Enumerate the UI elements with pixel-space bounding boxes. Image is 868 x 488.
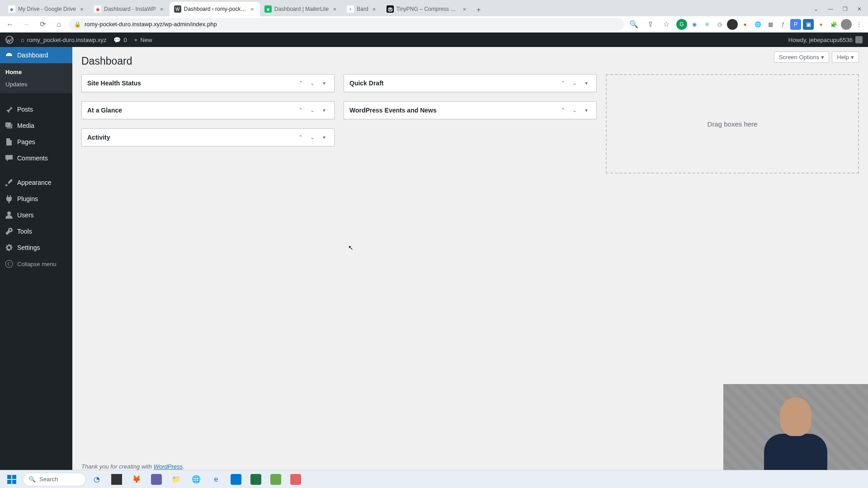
tab-dropdown-icon[interactable]: ⌄ xyxy=(809,4,823,14)
caret-down-icon: ▾ xyxy=(851,54,854,61)
zoom-icon[interactable]: 🔍 xyxy=(627,18,640,31)
sidebar-item-plugins[interactable]: Plugins xyxy=(0,191,72,207)
toggle-panel-icon[interactable]: ▾ xyxy=(320,133,329,142)
browser-tab[interactable]: ✦ Bard × xyxy=(342,2,382,16)
back-button[interactable]: ← xyxy=(4,18,16,31)
move-up-icon[interactable]: ⌃ xyxy=(558,79,567,88)
reload-button[interactable]: ⟳ xyxy=(36,18,49,31)
taskbar-app[interactable]: 🌐 xyxy=(187,472,205,487)
extension-icon[interactable]: P xyxy=(790,19,801,30)
extension-icon[interactable]: 🌐 xyxy=(752,19,763,30)
move-up-icon[interactable]: ⌃ xyxy=(296,106,305,115)
close-icon[interactable]: × xyxy=(371,6,377,12)
move-down-icon[interactable]: ⌄ xyxy=(308,106,317,115)
new-tab-button[interactable]: + xyxy=(472,4,485,16)
minimize-icon[interactable]: — xyxy=(824,4,837,14)
start-button[interactable] xyxy=(3,472,21,487)
close-icon[interactable]: × xyxy=(249,6,255,12)
toggle-panel-icon[interactable]: ▾ xyxy=(582,106,591,115)
taskbar-app[interactable]: 📁 xyxy=(167,472,185,487)
move-up-icon[interactable]: ⌃ xyxy=(296,133,305,142)
taskbar-app[interactable]: ◔ xyxy=(88,472,106,487)
extension-icon[interactable]: ● xyxy=(740,19,750,30)
extension-icon[interactable]: ❋ xyxy=(702,19,712,30)
submenu-item-updates[interactable]: Updates xyxy=(0,78,72,90)
new-content-link[interactable]: + New xyxy=(131,33,156,47)
browser-tab[interactable]: ■ Dashboard | MailerLite × xyxy=(260,2,343,16)
home-button[interactable]: ⌂ xyxy=(52,18,65,31)
close-icon[interactable]: × xyxy=(462,6,468,12)
move-up-icon[interactable]: ⌃ xyxy=(558,106,567,115)
browser-tab[interactable]: ◆ My Drive - Google Drive × xyxy=(4,2,90,16)
postbox-site-health[interactable]: Site Health Status ⌃ ⌄ ▾ xyxy=(81,74,335,92)
svg-rect-6 xyxy=(12,480,16,484)
postbox-activity[interactable]: Activity ⌃ ⌄ ▾ xyxy=(81,128,335,146)
collapse-menu-button[interactable]: Collapse menu xyxy=(0,256,72,272)
close-icon[interactable]: × xyxy=(79,6,85,12)
browser-tab[interactable]: ◉ Dashboard - InstaWP × xyxy=(90,2,170,16)
profile-avatar[interactable] xyxy=(841,19,852,30)
taskbar-app[interactable]: e xyxy=(207,472,225,487)
sidebar-item-posts[interactable]: Posts xyxy=(0,101,72,117)
sidebar-item-dashboard[interactable]: Dashboard xyxy=(0,47,72,63)
extensions-menu-icon[interactable]: 🧩 xyxy=(828,19,839,30)
sidebar-item-settings[interactable]: Settings xyxy=(0,239,72,256)
extension-icon[interactable]: ƒ xyxy=(778,19,788,30)
move-down-icon[interactable]: ⌄ xyxy=(308,79,317,88)
move-down-icon[interactable]: ⌄ xyxy=(570,79,579,88)
sidebar-item-pages[interactable]: Pages xyxy=(0,134,72,150)
my-account-link[interactable]: Howdy, jebepacupu6536 xyxy=(785,33,866,47)
comments-link[interactable]: 💬 0 xyxy=(110,33,130,47)
extension-icon[interactable]: G xyxy=(676,19,687,30)
close-icon[interactable]: × xyxy=(159,6,165,12)
url-field[interactable]: 🔒 romy-pocket-duro.instawp.xyz/wp-admin/… xyxy=(69,18,624,31)
chrome-menu-icon[interactable]: ⋮ xyxy=(854,19,864,30)
taskbar-app[interactable] xyxy=(267,472,285,487)
move-down-icon[interactable]: ⌄ xyxy=(308,133,317,142)
extension-icon[interactable]: ◉ xyxy=(689,19,700,30)
close-icon[interactable]: × xyxy=(331,6,338,12)
taskbar-search[interactable]: 🔍 Search xyxy=(23,473,86,486)
site-name-link[interactable]: ⌂ romy_pocket-duro.instawp.xyz xyxy=(17,33,110,47)
toggle-panel-icon[interactable]: ▾ xyxy=(320,106,329,115)
forward-button[interactable]: → xyxy=(20,18,33,31)
taskbar-app[interactable]: 🦊 xyxy=(127,472,146,487)
extension-icon[interactable]: ◷ xyxy=(714,19,725,30)
sidebar-item-users[interactable]: Users xyxy=(0,207,72,223)
sidebar-item-comments[interactable]: Comments xyxy=(0,150,72,166)
wp-logo[interactable] xyxy=(2,33,17,47)
empty-dropzone[interactable]: Drag boxes here xyxy=(606,74,859,174)
maximize-icon[interactable]: ❐ xyxy=(838,4,852,14)
favicon: ✦ xyxy=(347,5,354,13)
move-down-icon[interactable]: ⌄ xyxy=(570,106,579,115)
browser-tab[interactable]: 🐼 TinyPNG – Compress WebP, PNG × xyxy=(382,2,472,16)
bookmark-icon[interactable]: ☆ xyxy=(660,18,673,31)
extension-icon[interactable]: ▣ xyxy=(803,19,814,30)
extension-icon[interactable] xyxy=(727,19,738,30)
extension-icon[interactable]: ● xyxy=(816,19,826,30)
submenu-item-home[interactable]: Home xyxy=(0,66,72,78)
extension-icon[interactable]: ▦ xyxy=(765,19,776,30)
taskbar-app[interactable] xyxy=(108,472,126,487)
sidebar-item-appearance[interactable]: Appearance xyxy=(0,174,72,191)
postbox-quick-draft[interactable]: Quick Draft ⌃ ⌄ ▾ xyxy=(344,74,597,92)
postbox-wp-events[interactable]: WordPress Events and News ⌃ ⌄ ▾ xyxy=(344,101,597,119)
taskbar-app[interactable] xyxy=(287,472,305,487)
screen-options-button[interactable]: Screen Options ▾ xyxy=(774,52,830,63)
help-button[interactable]: Help ▾ xyxy=(832,52,859,63)
taskbar-app[interactable] xyxy=(247,472,265,487)
move-up-icon[interactable]: ⌃ xyxy=(296,79,305,88)
toggle-panel-icon[interactable]: ▾ xyxy=(582,79,591,88)
sidebar-item-media[interactable]: Media xyxy=(0,117,72,134)
tab-label: Dashboard ‹ romy-pocket-duro xyxy=(184,6,246,12)
taskbar-app[interactable] xyxy=(227,472,245,487)
postbox-at-a-glance[interactable]: At a Glance ⌃ ⌄ ▾ xyxy=(81,101,335,119)
sidebar-item-tools[interactable]: Tools xyxy=(0,223,72,239)
close-window-icon[interactable]: ✕ xyxy=(853,4,866,14)
wordpress-link[interactable]: WordPress xyxy=(154,463,183,470)
taskbar-app[interactable] xyxy=(147,472,165,487)
share-icon[interactable]: ⇪ xyxy=(644,18,656,31)
svg-rect-5 xyxy=(7,480,11,484)
toggle-panel-icon[interactable]: ▾ xyxy=(320,79,329,88)
browser-tab-active[interactable]: W Dashboard ‹ romy-pocket-duro × xyxy=(170,2,260,16)
